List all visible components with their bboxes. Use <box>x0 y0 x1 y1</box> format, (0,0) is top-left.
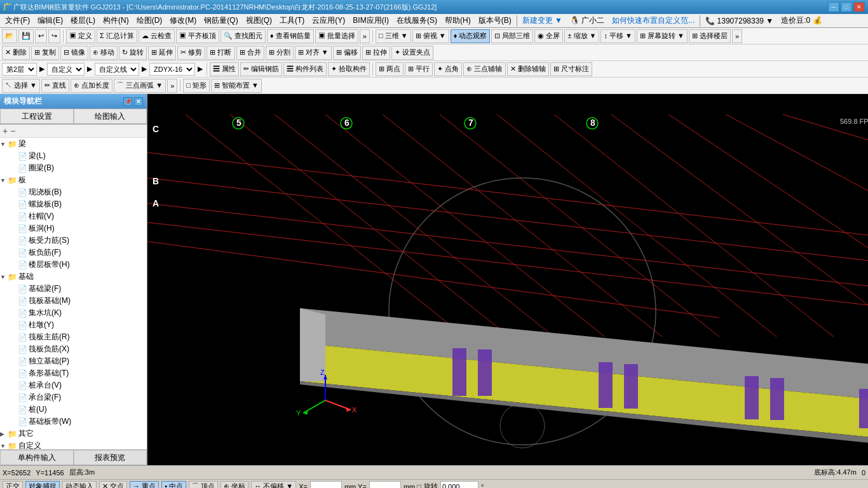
tree-item[interactable]: 📄板负筋(F) <box>0 247 147 259</box>
add-item-btn[interactable]: + <box>3 126 8 136</box>
maximize-button[interactable]: □ <box>841 2 852 12</box>
menu-rebar[interactable]: 钢筋量(Q) <box>200 14 241 27</box>
tree-item[interactable]: ▼📁板 <box>0 174 147 186</box>
menu-price[interactable]: 造价豆:0 💰 <box>777 14 825 27</box>
tb-point-length[interactable]: ⊕ 点加长度 <box>71 79 112 93</box>
snap-no-offset[interactable]: ↔ 不偏移 ▼ <box>251 481 296 489</box>
tree-item[interactable]: 📄筏板基础(M) <box>0 295 147 307</box>
single-input-btn[interactable]: 单构件输入 <box>0 450 74 465</box>
tb-arc[interactable]: ⌒ 三点画弧 ▼ <box>114 79 166 93</box>
tb-properties[interactable]: ☰ 属性 <box>210 62 239 76</box>
rot-input[interactable] <box>440 481 478 489</box>
tb-pan[interactable]: ↕ 平移 ▼ <box>600 29 635 43</box>
report-preview-btn[interactable]: 报表预览 <box>74 450 147 465</box>
menu-floor[interactable]: 楼层(L) <box>67 14 99 27</box>
tb-break[interactable]: ⊞ 打断 <box>207 46 234 60</box>
remove-item-btn[interactable]: − <box>10 126 15 136</box>
menu-tools[interactable]: 工具(T) <box>276 14 308 27</box>
tree-item[interactable]: 📄桩(U) <box>0 403 147 416</box>
tb-edit-rebar[interactable]: ✏ 编辑钢筋 <box>240 62 282 76</box>
drawing-input-btn[interactable]: 绘图输入 <box>74 109 147 124</box>
tree-item[interactable]: ▼📁梁 <box>0 138 147 150</box>
menu-bim[interactable]: BIM应用(I) <box>349 14 393 27</box>
spec-select[interactable]: ZDYX-16 <box>149 63 195 76</box>
defline-select[interactable]: 自定义线 <box>95 63 139 76</box>
menu-version[interactable]: 版本号(B) <box>475 14 515 27</box>
tree-item[interactable]: 📄承台梁(F) <box>0 391 147 403</box>
menu-edit[interactable]: 编辑(E) <box>34 14 67 27</box>
snap-vertex[interactable]: ⌒ 顶点 <box>189 481 218 489</box>
tb-move[interactable]: ⊕ 移动 <box>90 46 118 60</box>
tb-cloud-check[interactable]: ☁ 云检查 <box>139 29 175 43</box>
tb-three-axis[interactable]: ⊕ 三点辅轴 <box>463 62 505 76</box>
tb-rebar-view[interactable]: ♦ 查看钢筋量 <box>267 29 314 43</box>
tb-extend[interactable]: ⊞ 延伸 <box>148 46 176 60</box>
menu-online[interactable]: 在线服务(S) <box>393 14 441 27</box>
tb-delete[interactable]: ✕ 删除 <box>2 46 30 60</box>
snap-dynamic[interactable]: 动态输入 <box>62 481 97 489</box>
tb-select[interactable]: ↖ 选择 ▼ <box>2 79 40 93</box>
tb-set-vertex[interactable]: ✦ 设置夹点 <box>391 46 433 60</box>
tree-item[interactable]: 📄筏板主筋(R) <box>0 331 147 343</box>
tree-item[interactable]: ▼📁自定义 <box>0 440 147 449</box>
tb-copy[interactable]: ⊞ 复制 <box>31 46 59 60</box>
snap-coord[interactable]: ⊕ 坐标 <box>220 481 248 489</box>
menu-view[interactable]: 视图(Q) <box>242 14 276 27</box>
tb-batch-select[interactable]: ▣ 批量选择 <box>315 29 358 43</box>
snap-endpoint[interactable]: → 重点 <box>130 481 159 489</box>
menu-new-change[interactable]: 新建变更 ▼ <box>519 14 566 27</box>
menu-cloud[interactable]: 云应用(Y) <box>308 14 349 27</box>
tb-save[interactable]: 💾 <box>18 29 34 43</box>
tree-item[interactable]: 📄楼层板带(H) <box>0 259 147 271</box>
tb-offset[interactable]: ⊞ 偏移 <box>333 46 361 60</box>
tree-item[interactable]: 📄条形基础(T) <box>0 367 147 379</box>
tb-del-axis[interactable]: ✕ 删除辅轴 <box>507 62 549 76</box>
tb-local-3d[interactable]: ⊡ 局部三维 <box>491 29 533 43</box>
tb-rotate[interactable]: ↻ 旋转 <box>119 46 147 60</box>
snap-orthogonal[interactable]: 正交 <box>3 481 23 489</box>
tb-top-view[interactable]: ⊞ 俯视 ▼ <box>412 29 449 43</box>
tb-merge[interactable]: ⊞ 合并 <box>236 46 264 60</box>
snap-object[interactable]: 对象捕捉 <box>25 481 60 489</box>
tb-level-top[interactable]: ▣ 平齐板顶 <box>176 29 219 43</box>
tb-zoom[interactable]: ± 缩放 ▼ <box>564 29 599 43</box>
tree-item[interactable]: 📄柱墩(Y) <box>0 319 147 331</box>
tb-parallel[interactable]: ⊞ 平行 <box>405 62 433 76</box>
tb-more3[interactable]: » <box>167 79 177 93</box>
tree-item[interactable]: 📄板洞(H) <box>0 222 147 234</box>
menu-phone[interactable]: 📞 13907298339 ▼ <box>702 15 777 27</box>
tree-area[interactable]: ▼📁梁📄梁(L)📄圈梁(B)▼📁板📄现浇板(B)📄螺旋板(B)📄柱帽(V)📄板洞… <box>0 138 147 449</box>
deftype-select[interactable]: 自定义 <box>47 63 85 76</box>
menu-help[interactable]: 帮助(H) <box>441 14 475 27</box>
x-input[interactable] <box>310 481 342 489</box>
tb-open[interactable]: 📂 <box>2 29 17 43</box>
tb-line[interactable]: ✏ 直线 <box>41 79 69 93</box>
tree-item[interactable]: 📄现浇板(B) <box>0 186 147 198</box>
tree-item[interactable]: 📄梁(L) <box>0 150 147 162</box>
menu-guangxiao[interactable]: 🐧 广小二 <box>566 14 608 27</box>
tb-orbit[interactable]: ♦ 动态观察 <box>451 29 491 43</box>
tree-item[interactable]: ▼📁基础 <box>0 271 147 283</box>
tb-more1[interactable]: » <box>360 29 370 43</box>
tb-smart[interactable]: ⊞ 智能布置 ▼ <box>211 79 262 93</box>
tb-sigma[interactable]: Σ 汇总计算 <box>97 29 137 43</box>
tree-item[interactable]: 📄柱帽(V) <box>0 210 147 222</box>
panel-close[interactable]: ✕ <box>134 97 143 106</box>
tree-item[interactable]: 📄基础梁(F) <box>0 283 147 295</box>
menu-file[interactable]: 文件(F) <box>1 14 34 27</box>
y-input[interactable] <box>369 481 401 489</box>
tb-define[interactable]: ▣ 定义 <box>66 29 95 43</box>
tb-screen-rotate[interactable]: ⊞ 屏幕旋转 ▼ <box>637 29 688 43</box>
menu-help2[interactable]: 如何快速布置自定义范... <box>608 14 698 27</box>
menu-draw[interactable]: 绘图(D) <box>133 14 166 27</box>
snap-midpoint[interactable]: • 中点 <box>161 481 186 489</box>
tb-align[interactable]: ⊞ 对齐 ▼ <box>295 46 332 60</box>
proj-settings-btn[interactable]: 工程设置 <box>0 109 74 124</box>
panel-pin[interactable]: 📌 <box>123 97 132 106</box>
tb-redo[interactable]: ↪ <box>48 29 60 43</box>
tb-mirror[interactable]: ⊟ 镜像 <box>60 46 88 60</box>
tb-pick-comp[interactable]: ✦ 拾取构件 <box>328 62 370 76</box>
tb-3d[interactable]: □ 三维 ▼ <box>376 29 411 43</box>
tb-more2[interactable]: » <box>732 29 742 43</box>
tb-fullscreen[interactable]: ◉ 全屏 <box>534 29 563 43</box>
